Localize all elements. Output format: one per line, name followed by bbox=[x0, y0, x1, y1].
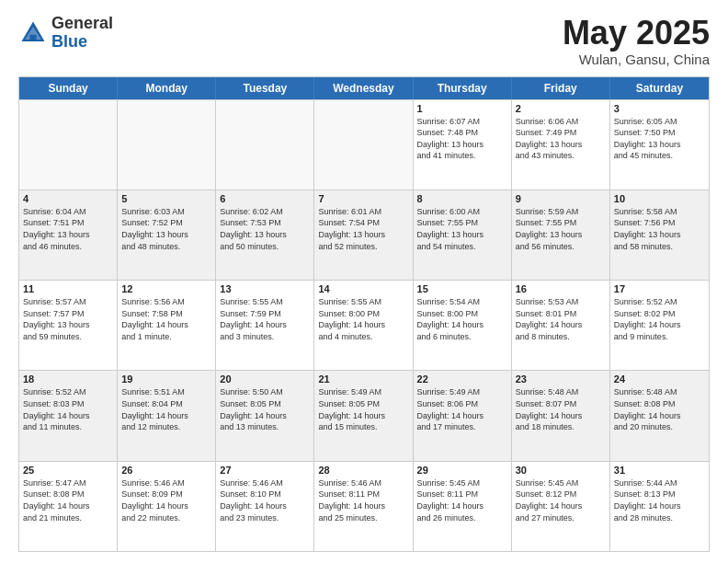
cell-info: Sunrise: 5:56 AM Sunset: 7:58 PM Dayligh… bbox=[121, 296, 211, 342]
calendar-cell: 29Sunrise: 5:45 AM Sunset: 8:11 PM Dayli… bbox=[414, 462, 512, 551]
cell-info: Sunrise: 5:49 AM Sunset: 8:06 PM Dayligh… bbox=[417, 386, 507, 432]
logo-text: General Blue bbox=[51, 15, 113, 52]
calendar-cell: 8Sunrise: 6:00 AM Sunset: 7:55 PM Daylig… bbox=[414, 190, 512, 280]
day-number: 4 bbox=[23, 193, 113, 204]
logo: General Blue bbox=[18, 15, 113, 52]
cell-info: Sunrise: 5:48 AM Sunset: 8:08 PM Dayligh… bbox=[614, 386, 705, 432]
weekday-header: Tuesday bbox=[216, 77, 314, 99]
calendar-cell: 15Sunrise: 5:54 AM Sunset: 8:00 PM Dayli… bbox=[414, 281, 512, 370]
calendar-cell: 25Sunrise: 5:47 AM Sunset: 8:08 PM Dayli… bbox=[19, 462, 118, 551]
day-number: 23 bbox=[516, 373, 606, 385]
calendar-cell bbox=[314, 100, 413, 190]
calendar-cell: 1Sunrise: 6:07 AM Sunset: 7:48 PM Daylig… bbox=[414, 100, 512, 190]
weekday-header: Wednesday bbox=[314, 77, 413, 99]
calendar-cell: 26Sunrise: 5:46 AM Sunset: 8:09 PM Dayli… bbox=[118, 462, 216, 551]
calendar-cell: 16Sunrise: 5:53 AM Sunset: 8:01 PM Dayli… bbox=[512, 281, 610, 370]
calendar-cell: 30Sunrise: 5:45 AM Sunset: 8:12 PM Dayli… bbox=[512, 462, 610, 551]
calendar-cell: 22Sunrise: 5:49 AM Sunset: 8:06 PM Dayli… bbox=[414, 371, 512, 460]
calendar-row: 1Sunrise: 6:07 AM Sunset: 7:48 PM Daylig… bbox=[19, 99, 709, 190]
calendar-cell: 24Sunrise: 5:48 AM Sunset: 8:08 PM Dayli… bbox=[610, 371, 709, 460]
logo-blue: Blue bbox=[51, 32, 87, 51]
day-number: 7 bbox=[318, 193, 408, 204]
day-number: 29 bbox=[417, 465, 507, 476]
calendar-cell: 2Sunrise: 6:06 AM Sunset: 7:49 PM Daylig… bbox=[512, 100, 610, 190]
cell-info: Sunrise: 5:52 AM Sunset: 8:03 PM Dayligh… bbox=[23, 386, 113, 432]
calendar-cell: 19Sunrise: 5:51 AM Sunset: 8:04 PM Dayli… bbox=[118, 371, 216, 460]
cell-info: Sunrise: 5:52 AM Sunset: 8:02 PM Dayligh… bbox=[614, 296, 705, 342]
day-number: 6 bbox=[220, 193, 310, 204]
day-number: 25 bbox=[23, 465, 113, 476]
calendar-cell: 31Sunrise: 5:44 AM Sunset: 8:13 PM Dayli… bbox=[610, 462, 709, 551]
cell-info: Sunrise: 5:51 AM Sunset: 8:04 PM Dayligh… bbox=[121, 386, 211, 432]
cell-info: Sunrise: 5:54 AM Sunset: 8:00 PM Dayligh… bbox=[417, 296, 507, 342]
cell-info: Sunrise: 5:49 AM Sunset: 8:05 PM Dayligh… bbox=[318, 386, 408, 432]
calendar-page: General Blue May 2025 Wulan, Gansu, Chin… bbox=[0, 0, 728, 563]
day-number: 1 bbox=[417, 103, 507, 114]
cell-info: Sunrise: 5:46 AM Sunset: 8:10 PM Dayligh… bbox=[220, 477, 310, 523]
cell-info: Sunrise: 5:55 AM Sunset: 8:00 PM Dayligh… bbox=[318, 296, 408, 342]
day-number: 15 bbox=[417, 283, 507, 294]
day-number: 9 bbox=[516, 193, 606, 204]
month-title: May 2025 bbox=[563, 15, 710, 52]
calendar-row: 4Sunrise: 6:04 AM Sunset: 7:51 PM Daylig… bbox=[19, 190, 709, 280]
day-number: 8 bbox=[417, 193, 507, 204]
weekday-header: Saturday bbox=[610, 77, 709, 99]
day-number: 21 bbox=[318, 373, 408, 385]
cell-info: Sunrise: 5:59 AM Sunset: 7:55 PM Dayligh… bbox=[516, 206, 606, 252]
calendar-body: 1Sunrise: 6:07 AM Sunset: 7:48 PM Daylig… bbox=[19, 99, 709, 551]
day-number: 3 bbox=[614, 103, 705, 114]
logo-general: General bbox=[51, 14, 113, 32]
calendar-cell: 21Sunrise: 5:49 AM Sunset: 8:05 PM Dayli… bbox=[314, 371, 413, 460]
calendar-cell: 7Sunrise: 6:01 AM Sunset: 7:54 PM Daylig… bbox=[314, 190, 413, 280]
calendar-cell: 4Sunrise: 6:04 AM Sunset: 7:51 PM Daylig… bbox=[19, 190, 118, 280]
calendar-header: SundayMondayTuesdayWednesdayThursdayFrid… bbox=[19, 77, 709, 99]
day-number: 5 bbox=[121, 193, 211, 204]
cell-info: Sunrise: 5:45 AM Sunset: 8:11 PM Dayligh… bbox=[417, 477, 507, 523]
calendar-cell: 28Sunrise: 5:46 AM Sunset: 8:11 PM Dayli… bbox=[314, 462, 413, 551]
calendar-cell: 9Sunrise: 5:59 AM Sunset: 7:55 PM Daylig… bbox=[512, 190, 610, 280]
cell-info: Sunrise: 5:57 AM Sunset: 7:57 PM Dayligh… bbox=[23, 296, 113, 342]
cell-info: Sunrise: 5:48 AM Sunset: 8:07 PM Dayligh… bbox=[516, 386, 606, 432]
svg-rect-2 bbox=[29, 35, 36, 41]
calendar-cell: 18Sunrise: 5:52 AM Sunset: 8:03 PM Dayli… bbox=[19, 371, 118, 460]
calendar-cell: 12Sunrise: 5:56 AM Sunset: 7:58 PM Dayli… bbox=[118, 281, 216, 370]
day-number: 2 bbox=[516, 103, 606, 114]
calendar-cell: 6Sunrise: 6:02 AM Sunset: 7:53 PM Daylig… bbox=[216, 190, 314, 280]
day-number: 10 bbox=[614, 193, 705, 204]
cell-info: Sunrise: 6:05 AM Sunset: 7:50 PM Dayligh… bbox=[614, 116, 705, 162]
cell-info: Sunrise: 5:55 AM Sunset: 7:59 PM Dayligh… bbox=[220, 296, 310, 342]
calendar-cell: 27Sunrise: 5:46 AM Sunset: 8:10 PM Dayli… bbox=[216, 462, 314, 551]
calendar-cell: 13Sunrise: 5:55 AM Sunset: 7:59 PM Dayli… bbox=[216, 281, 314, 370]
cell-info: Sunrise: 6:02 AM Sunset: 7:53 PM Dayligh… bbox=[220, 206, 310, 252]
calendar-row: 25Sunrise: 5:47 AM Sunset: 8:08 PM Dayli… bbox=[19, 461, 709, 551]
location: Wulan, Gansu, China bbox=[563, 52, 710, 67]
title-block: May 2025 Wulan, Gansu, China bbox=[563, 15, 710, 67]
day-number: 14 bbox=[318, 283, 408, 294]
calendar-cell bbox=[216, 100, 314, 190]
day-number: 11 bbox=[23, 283, 113, 294]
calendar-cell bbox=[118, 100, 216, 190]
day-number: 13 bbox=[220, 283, 310, 294]
calendar-cell: 11Sunrise: 5:57 AM Sunset: 7:57 PM Dayli… bbox=[19, 281, 118, 370]
calendar-cell: 23Sunrise: 5:48 AM Sunset: 8:07 PM Dayli… bbox=[512, 371, 610, 460]
calendar-row: 11Sunrise: 5:57 AM Sunset: 7:57 PM Dayli… bbox=[19, 280, 709, 370]
day-number: 16 bbox=[516, 283, 606, 294]
day-number: 26 bbox=[121, 465, 211, 476]
logo-icon bbox=[18, 18, 48, 48]
cell-info: Sunrise: 5:47 AM Sunset: 8:08 PM Dayligh… bbox=[23, 477, 113, 523]
header: General Blue May 2025 Wulan, Gansu, Chin… bbox=[18, 15, 710, 67]
cell-info: Sunrise: 5:46 AM Sunset: 8:09 PM Dayligh… bbox=[121, 477, 211, 523]
cell-info: Sunrise: 5:58 AM Sunset: 7:56 PM Dayligh… bbox=[614, 206, 705, 252]
calendar: SundayMondayTuesdayWednesdayThursdayFrid… bbox=[18, 76, 710, 552]
cell-info: Sunrise: 6:07 AM Sunset: 7:48 PM Dayligh… bbox=[417, 116, 507, 162]
calendar-cell: 20Sunrise: 5:50 AM Sunset: 8:05 PM Dayli… bbox=[216, 371, 314, 460]
day-number: 19 bbox=[121, 373, 211, 385]
calendar-cell: 10Sunrise: 5:58 AM Sunset: 7:56 PM Dayli… bbox=[610, 190, 709, 280]
weekday-header: Friday bbox=[512, 77, 610, 99]
cell-info: Sunrise: 5:44 AM Sunset: 8:13 PM Dayligh… bbox=[614, 477, 705, 523]
cell-info: Sunrise: 6:03 AM Sunset: 7:52 PM Dayligh… bbox=[121, 206, 211, 252]
weekday-header: Sunday bbox=[19, 77, 118, 99]
day-number: 30 bbox=[516, 465, 606, 476]
cell-info: Sunrise: 6:01 AM Sunset: 7:54 PM Dayligh… bbox=[318, 206, 408, 252]
cell-info: Sunrise: 5:46 AM Sunset: 8:11 PM Dayligh… bbox=[318, 477, 408, 523]
